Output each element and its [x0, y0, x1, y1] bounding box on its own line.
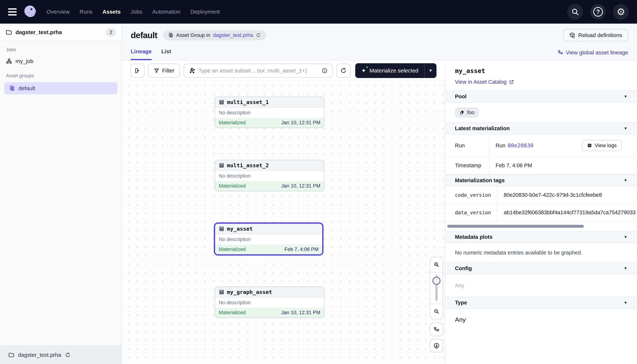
sidebar-item-group-default[interactable]: default [4, 82, 117, 94]
section-type-title: Type [455, 300, 467, 306]
job-item-label: my_job [16, 58, 34, 64]
nav-deployment[interactable]: Deployment [190, 9, 220, 15]
section-latest-title: Latest materialization [455, 126, 510, 132]
asset-node-status: Materialized [219, 183, 246, 189]
dagster-logo-icon[interactable] [22, 4, 38, 20]
pool-copy-icon [459, 110, 465, 115]
nav-jobs[interactable]: Jobs [131, 9, 142, 15]
group-item-label: default [19, 85, 35, 92]
asset-node-status: Materialized [219, 120, 246, 126]
reload-definitions-button[interactable]: Reload definitions [563, 29, 628, 41]
chevron-down-icon: ▼ [624, 126, 627, 130]
run-prefix: Run [496, 142, 505, 148]
asset-node-name: my_graph_asset [227, 289, 272, 295]
asset-details-panel: my_asset View in Asset Catalog Pool ▼ [445, 60, 637, 364]
asset-node-my-graph-asset[interactable]: my_graph_asset No description Materializ… [215, 286, 324, 318]
tab-bar: Lineage List View global asset lineage [122, 48, 637, 60]
sidebar-item-my-job[interactable]: my_job [0, 55, 121, 67]
tab-lineage[interactable]: Lineage [131, 48, 152, 60]
nav-runs[interactable]: Runs [80, 9, 93, 15]
asset-table-icon [219, 163, 224, 168]
zoom-out-icon [433, 308, 440, 314]
asset-subset-input[interactable] [198, 68, 318, 74]
section-tags-title: Materialization tags [455, 178, 505, 184]
view-in-asset-catalog-label: View in Asset Catalog [455, 79, 507, 85]
asset-group-icon [9, 85, 15, 92]
pool-tag[interactable]: foo [455, 107, 479, 118]
config-value: Any [445, 274, 637, 297]
zoom-in-button[interactable] [430, 257, 443, 272]
asset-table-icon [219, 226, 224, 232]
asset-node-multi-asset-1[interactable]: multi_asset_1 No description Materialize… [215, 96, 324, 128]
section-config[interactable]: Config ▼ [445, 262, 637, 274]
view-in-asset-catalog-link[interactable]: View in Asset Catalog [455, 79, 627, 85]
horizontal-scrollbar[interactable] [447, 225, 584, 228]
left-sidebar: dagster_test.prha 2 Jobs my_job Asset gr… [0, 24, 122, 364]
asset-node-timestamp[interactable]: Jan 10, 12:31 PM [281, 310, 320, 316]
jobs-section-label: Jobs [0, 41, 121, 55]
menu-icon[interactable] [8, 8, 17, 16]
search-button[interactable] [567, 4, 583, 20]
run-id-link[interactable]: 80e20830 [508, 142, 533, 148]
materialize-dropdown-button[interactable]: ▼ [424, 63, 437, 78]
zoom-out-button[interactable] [430, 304, 443, 319]
timestamp-row: Timestamp Feb 7, 4:06 PM [445, 157, 637, 174]
asset-node-timestamp[interactable]: Jan 10, 12:31 PM [281, 183, 320, 189]
nav-overview[interactable]: Overview [47, 9, 70, 15]
asset-node-timestamp[interactable]: Feb 7, 4:06 PM [284, 246, 318, 252]
nav-automation[interactable]: Automation [152, 9, 180, 15]
lineage-graph-icon [434, 326, 440, 332]
section-materialization-tags[interactable]: Materialization tags ▼ [445, 174, 637, 186]
logs-icon [587, 143, 592, 148]
chevron-down-icon: ▼ [429, 68, 433, 73]
refresh-icon[interactable] [256, 33, 261, 38]
lineage-graph-icon [558, 50, 563, 55]
asset-node-my-asset[interactable]: my_asset No description Materialized Feb… [214, 222, 323, 256]
selected-asset-title: my_asset [455, 67, 627, 74]
download-graph-button[interactable] [430, 339, 443, 352]
asset-node-status: Materialized [219, 246, 246, 252]
refresh-icon[interactable] [65, 352, 71, 358]
job-icon [6, 58, 12, 64]
metadata-empty-message: No numeric metadata entries available to… [445, 243, 637, 262]
zoom-in-icon [433, 262, 440, 268]
run-row-label: Run [445, 134, 489, 156]
main-nav: Overview Runs Assets Jobs Automation Dep… [47, 9, 220, 15]
asset-node-multi-asset-2[interactable]: multi_asset_2 No description Materialize… [215, 160, 324, 191]
info-icon[interactable] [322, 68, 328, 74]
materialize-selected-button[interactable]: ✦ Materialize selected [355, 63, 424, 78]
section-type[interactable]: Type ▼ [445, 297, 637, 309]
section-metadata-plots[interactable]: Metadata plots ▼ [445, 231, 637, 243]
type-value: Any [445, 309, 637, 330]
asset-subset-search[interactable] [184, 64, 333, 78]
code-version-row: code_version 80e20830-b0e7-422c-979d-3c1… [445, 186, 637, 204]
view-logs-button[interactable]: View logs [582, 140, 622, 151]
asset-node-description: No description [215, 171, 324, 181]
data-version-key: data_version [445, 204, 497, 221]
download-icon [433, 342, 440, 349]
breadcrumb-repo-link[interactable]: dagster_test.prha [213, 32, 253, 38]
asset-graph-canvas[interactable]: multi_asset_1 No description Materialize… [122, 81, 445, 364]
folder-icon [8, 352, 15, 358]
asset-node-timestamp[interactable]: Jan 10, 12:31 PM [281, 120, 320, 126]
asset-node-name: multi_asset_2 [227, 162, 269, 168]
rearrange-graph-button[interactable] [430, 323, 443, 336]
lineage-toolbar: Filter [122, 60, 445, 81]
toggle-sidebar-panel-button[interactable] [130, 64, 144, 78]
asset-node-name: multi_asset_1 [227, 99, 269, 105]
section-latest-materialization[interactable]: Latest materialization ▼ [445, 122, 637, 134]
sidebar-footer[interactable]: dagster_test.prha [0, 346, 121, 364]
nav-assets[interactable]: Assets [102, 9, 121, 15]
zoom-slider-handle[interactable] [433, 277, 441, 285]
timestamp-value: Feb 7, 4:06 PM [489, 157, 637, 174]
filter-funnel-icon [154, 68, 159, 74]
tab-list[interactable]: List [161, 48, 171, 60]
view-global-asset-lineage-link[interactable]: View global asset lineage [558, 50, 628, 60]
help-button[interactable]: ? [590, 4, 606, 20]
refresh-graph-button[interactable] [336, 64, 350, 78]
settings-button[interactable]: ⚙ [613, 4, 629, 20]
section-pool[interactable]: Pool ▼ [445, 90, 637, 102]
code-location-header[interactable]: dagster_test.prha 2 [0, 24, 121, 41]
filter-button[interactable]: Filter [148, 64, 180, 78]
zoom-control [430, 257, 443, 319]
